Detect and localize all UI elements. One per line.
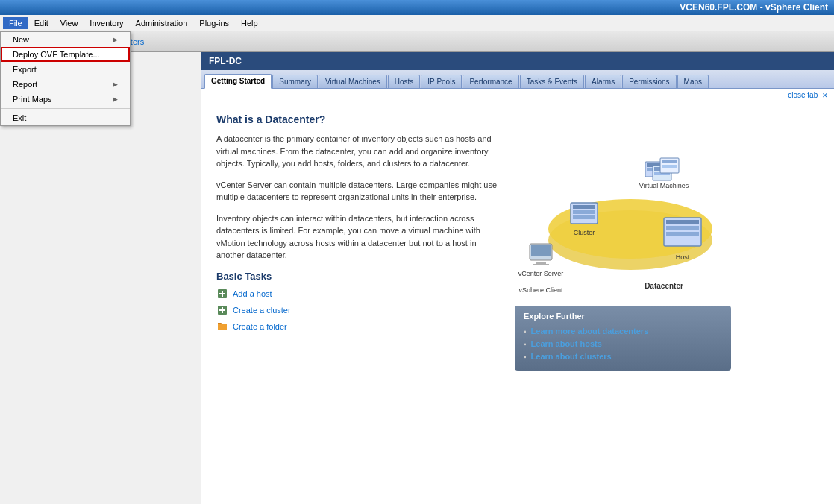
tab-hosts[interactable]: Hosts	[388, 75, 421, 88]
svg-text:vSphere Client: vSphere Client	[518, 286, 563, 292]
create-folder-label: Create a folder	[233, 322, 287, 331]
tab-virtual-machines[interactable]: Virtual Machines	[319, 75, 387, 88]
paragraph-2: vCenter Server can contain multiple data…	[216, 179, 500, 204]
tab-tasks-events[interactable]: Tasks & Events	[520, 75, 584, 88]
right-panel: FPL-DC Getting Started Summary Virtual M…	[201, 52, 834, 504]
create-cluster-label: Create a cluster	[233, 306, 291, 315]
submenu-arrow-print-icon: ▶	[113, 95, 118, 103]
explore-link-clusters[interactable]: ▪ Learn about clusters	[524, 352, 722, 361]
explore-link-hosts[interactable]: ▪ Learn about hosts	[524, 339, 722, 348]
paragraph-3: Inventory objects can interact within da…	[216, 212, 500, 262]
menu-exit[interactable]: Exit	[1, 110, 130, 125]
datacenter-diagram: vCenter Server Host Cluster	[515, 113, 731, 294]
tab-summary[interactable]: Summary	[272, 75, 318, 88]
explore-title: Explore Further	[524, 312, 722, 321]
object-title: FPL-DC	[209, 56, 242, 66]
title-bar: VCEN60.FPL.COM - vSphere Client	[0, 0, 834, 15]
learn-datacenters-link: Learn more about datacenters	[531, 327, 649, 336]
menu-new[interactable]: New ▶	[1, 32, 130, 47]
svg-rect-17	[666, 220, 699, 224]
svg-rect-24	[573, 215, 595, 219]
task-add-host[interactable]: Add a host	[216, 288, 500, 300]
svg-text:Datacenter: Datacenter	[645, 282, 683, 290]
tab-getting-started[interactable]: Getting Started	[204, 74, 272, 89]
bullet-icon-2: ▪	[524, 340, 527, 348]
tab-alarms[interactable]: Alarms	[585, 75, 621, 88]
submenu-arrow-report-icon: ▶	[113, 81, 118, 88]
close-tab-icon: ✕	[822, 92, 828, 99]
basic-tasks-title: Basic Tasks	[216, 271, 500, 282]
svg-text:Virtual Machines: Virtual Machines	[639, 182, 689, 189]
close-tab-link[interactable]: close tab ✕	[788, 91, 828, 99]
menu-bar: File Edit View Inventory Administration …	[0, 15, 834, 31]
bullet-icon-1: ▪	[524, 327, 527, 336]
create-folder-icon	[216, 321, 228, 333]
menu-print-maps[interactable]: Print Maps ▶	[1, 92, 130, 107]
content-left: What is a Datacenter? A datacenter is th…	[216, 113, 500, 492]
learn-clusters-link: Learn about clusters	[531, 352, 612, 361]
menu-report[interactable]: Report ▶	[1, 77, 130, 92]
paragraph-1: A datacenter is the primary container of…	[216, 133, 500, 170]
learn-hosts-link: Learn about hosts	[531, 339, 602, 348]
datacenter-svg: vCenter Server Host Cluster	[515, 113, 724, 292]
add-host-label: Add a host	[233, 289, 272, 298]
svg-rect-18	[666, 226, 699, 230]
svg-rect-19	[666, 232, 699, 236]
tab-performance[interactable]: Performance	[463, 75, 518, 88]
svg-rect-22	[573, 205, 595, 209]
menu-edit[interactable]: Edit	[28, 17, 54, 29]
menu-deploy-ovf[interactable]: Deploy OVF Template...	[1, 47, 130, 62]
menu-inventory[interactable]: Inventory	[84, 17, 129, 29]
main-title: What is a Datacenter?	[216, 113, 500, 125]
tab-permissions[interactable]: Permissions	[622, 75, 676, 88]
bullet-icon-3: ▪	[524, 353, 527, 361]
svg-rect-14	[533, 264, 549, 265]
svg-text:Host: Host	[676, 253, 690, 261]
object-header: FPL-DC	[201, 52, 834, 70]
submenu-arrow-icon: ▶	[113, 36, 118, 43]
menu-file[interactable]: File	[3, 17, 28, 29]
menu-administration[interactable]: Administration	[130, 17, 194, 29]
menu-plugins[interactable]: Plug-ins	[193, 17, 235, 29]
menu-view[interactable]: View	[54, 17, 84, 29]
explore-further: Explore Further ▪ Learn more about datac…	[515, 306, 731, 371]
svg-rect-34	[662, 165, 677, 168]
create-cluster-icon	[216, 304, 228, 316]
task-create-cluster[interactable]: Create a cluster	[216, 304, 500, 316]
tab-ip-pools[interactable]: IP Pools	[421, 75, 462, 88]
file-dropdown-menu: New ▶ Deploy OVF Template... Export Repo…	[0, 31, 131, 126]
svg-text:Cluster: Cluster	[574, 229, 595, 236]
add-host-icon	[216, 288, 228, 300]
menu-help[interactable]: Help	[235, 17, 264, 29]
menu-export[interactable]: Export	[1, 62, 130, 77]
svg-rect-33	[662, 160, 677, 163]
svg-rect-13	[536, 262, 546, 264]
close-tab-bar: close tab ✕	[201, 89, 834, 101]
tab-maps[interactable]: Maps	[677, 75, 709, 88]
svg-rect-23	[573, 210, 595, 214]
menu-separator	[1, 108, 130, 109]
content-area: What is a Datacenter? A datacenter is th…	[201, 101, 834, 504]
task-create-folder[interactable]: Create a folder	[216, 321, 500, 333]
svg-text:vCenter Server: vCenter Server	[518, 270, 564, 277]
explore-link-datacenters[interactable]: ▪ Learn more about datacenters	[524, 327, 722, 336]
tab-bar: Getting Started Summary Virtual Machines…	[201, 70, 834, 89]
content-right: vCenter Server Host Cluster	[515, 113, 731, 492]
title-text: VCEN60.FPL.COM - vSphere Client	[680, 2, 828, 13]
svg-rect-12	[531, 245, 551, 256]
